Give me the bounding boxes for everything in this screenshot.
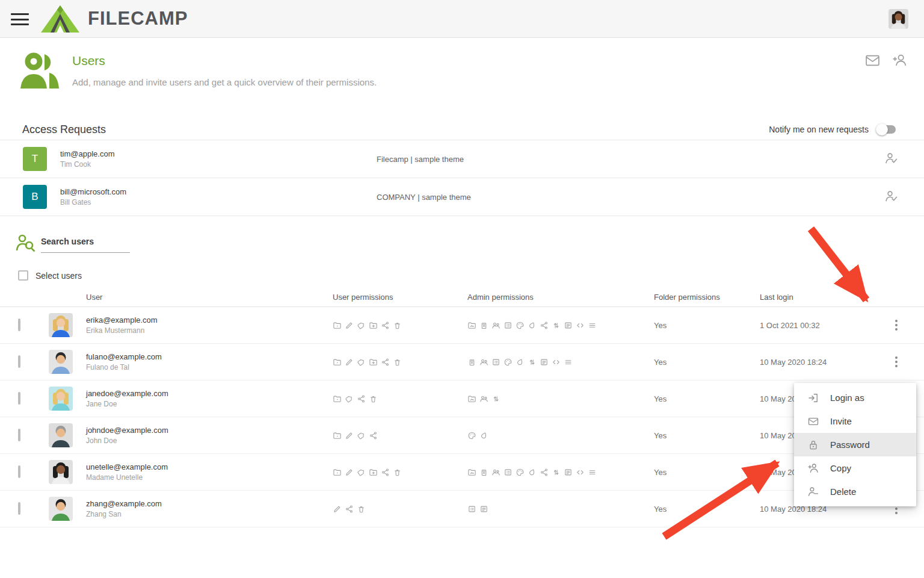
folder-icon — [333, 321, 342, 330]
search-input[interactable]: Search users — [41, 233, 130, 253]
top-bar: FILECAMP — [0, 0, 924, 38]
sort-icon — [552, 468, 561, 477]
row-checkbox[interactable] — [18, 392, 20, 405]
menu-item-login-as[interactable]: Login as — [794, 386, 916, 409]
approve-user-icon[interactable] — [884, 152, 899, 166]
menu-item-copy[interactable]: Copy — [794, 456, 916, 480]
table-row: zhang@example.comZhang SanYes10 May 2020… — [0, 491, 924, 527]
request-theme: COMPANY | sample theme — [377, 193, 471, 202]
share-icon — [381, 468, 390, 477]
share-icon — [357, 394, 366, 403]
folder-icon — [333, 431, 342, 440]
label-icon — [357, 321, 366, 330]
menu-item-label: Invite — [830, 416, 852, 426]
edit-icon — [333, 505, 342, 514]
palette-icon — [516, 468, 525, 477]
row-menu-kebab-icon[interactable] — [892, 354, 901, 370]
request-email: bill@microsoft.com — [60, 187, 126, 196]
folder-permissions-value: Yes — [654, 468, 760, 477]
login-icon — [807, 392, 819, 404]
user-photo-avatar — [49, 313, 73, 337]
hamburger-menu-icon[interactable] — [11, 13, 29, 25]
user-photo-avatar — [49, 350, 73, 374]
storage-icon — [467, 358, 476, 367]
user-email: johndoe@example.com — [86, 426, 333, 435]
share-icon — [345, 505, 354, 514]
document-icon — [564, 321, 573, 330]
sort-icon — [491, 394, 500, 403]
user-photo-avatar — [49, 423, 73, 447]
folder-icon — [333, 358, 342, 367]
menu-item-password[interactable]: Password — [794, 433, 916, 456]
mail-icon — [807, 415, 819, 427]
user-avatar[interactable] — [889, 9, 908, 29]
folder-permissions-value: Yes — [654, 505, 760, 514]
code-icon — [576, 468, 585, 477]
delete-icon — [393, 468, 402, 477]
user-name: Erika Mustermann — [86, 326, 333, 335]
select-all-checkbox[interactable] — [18, 270, 28, 281]
menu-item-label: Password — [830, 440, 870, 450]
approve-user-icon[interactable] — [884, 190, 899, 204]
add-user-icon[interactable] — [891, 53, 907, 70]
user-name: John Doe — [86, 437, 333, 445]
notify-toggle[interactable] — [876, 123, 898, 135]
folder-add-icon — [369, 358, 378, 367]
row-menu-kebab-icon[interactable] — [892, 317, 901, 333]
table-row: fulano@example.comFulano de TalYes10 May… — [0, 344, 924, 381]
user-email: zhang@example.com — [86, 499, 333, 508]
column-header-last-login: Last login — [760, 293, 880, 302]
delete-icon — [369, 394, 378, 403]
menu-item-invite[interactable]: Invite — [794, 409, 916, 433]
column-header-user: User — [86, 293, 333, 302]
label-icon — [345, 394, 354, 403]
menu-icon — [588, 468, 597, 477]
notify-control: Notify me on new requests — [769, 123, 898, 135]
table-row: johndoe@example.comJohn DoeYes10 May 202… — [0, 417, 924, 454]
admin-permissions — [467, 468, 654, 477]
admin-permissions — [467, 358, 654, 367]
page-header: Users Add, manage and invite users and g… — [0, 51, 924, 96]
folder-permissions-value: Yes — [654, 358, 760, 367]
request-name: Tim Cook — [60, 160, 115, 169]
row-context-menu: Login asInvitePasswordCopyDelete — [794, 383, 916, 506]
invite-mail-icon[interactable] — [865, 53, 880, 70]
column-header-admin-permissions: Admin permissions — [467, 293, 654, 302]
user-email: unetelle@example.com — [86, 462, 333, 471]
edit-icon — [345, 358, 354, 367]
request-email: tim@apple.com — [60, 149, 115, 158]
folder-icon — [333, 468, 342, 477]
list-card-icon — [467, 505, 476, 514]
row-checkbox[interactable] — [18, 319, 20, 331]
share-icon — [381, 321, 390, 330]
row-checkbox[interactable] — [18, 355, 20, 368]
list-card-icon — [491, 358, 500, 367]
menu-item-delete[interactable]: Delete — [794, 480, 916, 503]
notify-label: Notify me on new requests — [769, 125, 869, 134]
row-checkbox[interactable] — [18, 502, 20, 515]
user-name: Fulano de Tal — [86, 363, 333, 371]
user-email: fulano@example.com — [86, 352, 333, 361]
last-login-value: 1 Oct 2021 00:32 — [760, 321, 880, 330]
row-checkbox[interactable] — [18, 465, 20, 478]
code-icon — [552, 358, 561, 367]
search-block: Search users — [16, 233, 130, 253]
user-permissions — [333, 431, 467, 440]
users-page-icon — [19, 51, 65, 91]
admin-permissions — [467, 321, 654, 330]
user-email: erika@example.com — [86, 315, 333, 325]
table-row: janedoe@example.comJane DoeYes10 May 202… — [0, 381, 924, 417]
delete-icon — [393, 358, 402, 367]
page-subtitle: Add, manage and invite users and get a q… — [72, 77, 377, 87]
user-email: janedoe@example.com — [86, 389, 333, 398]
user-permissions — [333, 358, 467, 367]
admin-permissions — [467, 505, 654, 514]
list-card-icon — [504, 468, 513, 477]
share-icon — [540, 321, 549, 330]
user-photo-avatar — [49, 460, 73, 484]
row-checkbox[interactable] — [18, 429, 20, 441]
folder-add-icon — [369, 321, 378, 330]
user-name: Zhang San — [86, 510, 333, 518]
list-card-icon — [504, 321, 513, 330]
share-icon — [540, 468, 549, 477]
